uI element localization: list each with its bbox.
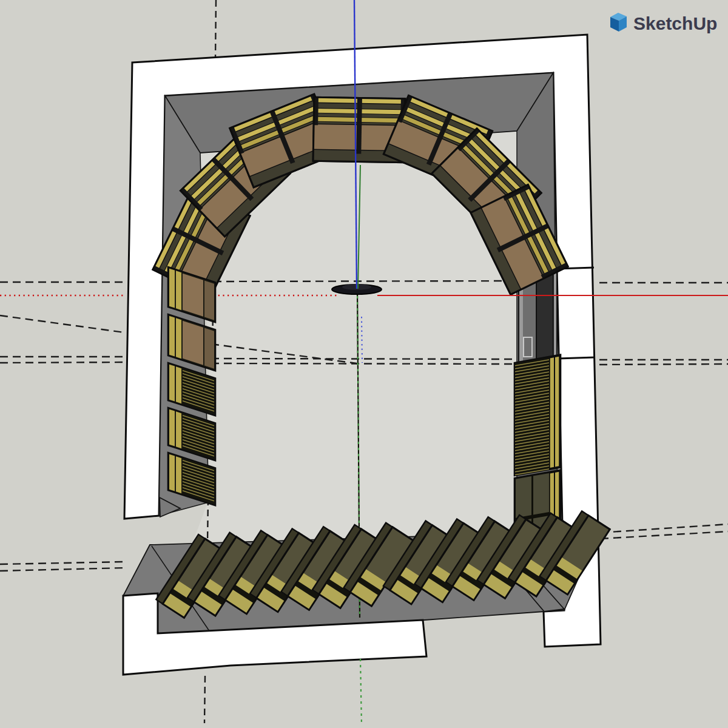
right-crates-slatted bbox=[514, 355, 561, 476]
logo-text: SketchUp bbox=[633, 13, 717, 33]
3d-scene-canvas[interactable]: SketchUp bbox=[0, 0, 728, 728]
wall-band-joint-lower bbox=[558, 357, 595, 359]
left-wall-crates[interactable] bbox=[168, 267, 215, 505]
door-panel bbox=[536, 269, 553, 360]
sketchup-viewport[interactable]: SketchUp bbox=[0, 0, 728, 728]
